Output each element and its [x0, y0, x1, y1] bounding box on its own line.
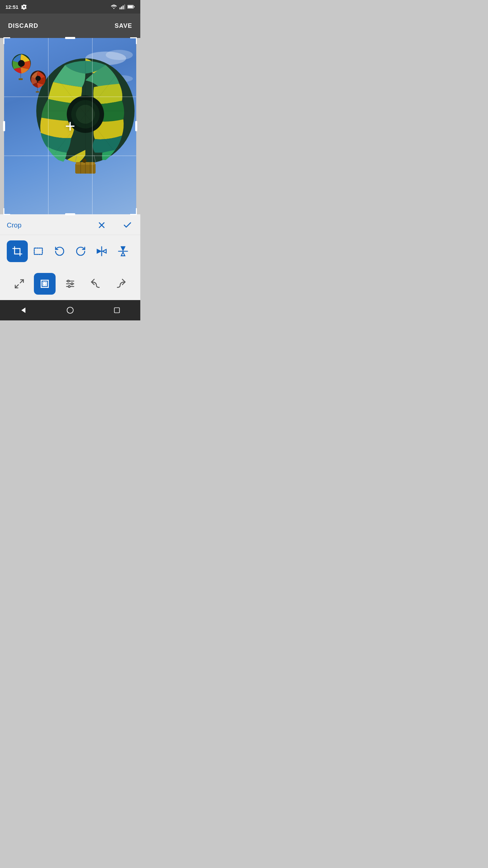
crop-handle-top-left[interactable]: [3, 37, 10, 44]
svg-rect-38: [34, 248, 42, 255]
flip-vertical-icon: [118, 246, 128, 257]
svg-rect-5: [128, 5, 133, 8]
nav-bar: [0, 300, 140, 320]
crop-confirm-button[interactable]: [121, 219, 134, 231]
svg-marker-52: [21, 308, 25, 313]
svg-point-28: [18, 60, 25, 67]
svg-line-44: [15, 285, 18, 288]
bottom-toolbar: Crop: [0, 214, 140, 300]
svg-marker-40: [103, 250, 106, 253]
svg-line-43: [20, 280, 23, 283]
crop-label-actions: [96, 219, 134, 231]
svg-point-45: [44, 283, 46, 284]
svg-marker-41: [121, 247, 125, 251]
crop-handle-right-mid[interactable]: [135, 121, 137, 131]
flip-horizontal-button[interactable]: [91, 240, 112, 262]
crop-handle-bottom-mid[interactable]: [65, 213, 75, 215]
undo-button[interactable]: [85, 273, 106, 295]
wifi-icon: [110, 4, 117, 9]
status-right: [110, 4, 135, 9]
status-left: 12:51: [5, 4, 27, 10]
check-icon: [123, 220, 132, 230]
gear-icon: [21, 4, 27, 10]
svg-rect-1: [121, 6, 122, 9]
svg-rect-37: [15, 249, 20, 254]
nav-home-button[interactable]: [60, 303, 80, 317]
svg-rect-2: [123, 5, 124, 9]
svg-rect-30: [19, 78, 23, 80]
crop-label: Crop: [7, 221, 21, 229]
svg-rect-3: [124, 4, 125, 9]
crop-handle-left-mid[interactable]: [3, 121, 5, 131]
small-balloon-2: [28, 70, 48, 93]
signal-icon: [119, 4, 125, 9]
nav-recents-button[interactable]: [107, 303, 127, 317]
battery-icon: [127, 4, 135, 9]
rotate-right-button[interactable]: [70, 240, 91, 262]
svg-rect-0: [120, 7, 121, 9]
status-bar: 12:51: [0, 0, 140, 14]
free-crop-icon: [39, 278, 50, 289]
svg-point-26: [82, 159, 86, 163]
tool-row-1: [0, 235, 140, 268]
large-balloon: [35, 55, 136, 197]
save-button[interactable]: SAVE: [115, 22, 132, 29]
svg-rect-6: [134, 6, 135, 7]
top-bar: DISCARD SAVE: [0, 14, 140, 38]
crop-container[interactable]: +: [4, 38, 136, 214]
svg-point-49: [67, 280, 69, 282]
svg-point-32: [36, 76, 41, 81]
svg-marker-39: [97, 250, 101, 253]
expand-icon: [14, 278, 25, 289]
crop-handle-top-mid[interactable]: [65, 37, 75, 39]
svg-marker-42: [121, 252, 125, 256]
recents-icon: [114, 307, 120, 314]
crop-tool-button[interactable]: [7, 240, 28, 262]
aspect-ratio-icon: [33, 246, 44, 257]
canvas-area: +: [0, 38, 140, 214]
crop-label-row: Crop: [0, 214, 140, 235]
rotate-left-icon: [54, 246, 65, 257]
svg-point-50: [71, 283, 73, 284]
crop-handle-bottom-left[interactable]: [3, 208, 10, 215]
flip-vertical-button[interactable]: [113, 240, 134, 262]
crop-handle-bottom-right[interactable]: [130, 208, 137, 215]
flip-horizontal-icon: [96, 246, 107, 257]
crop-handle-top-right[interactable]: [130, 37, 137, 44]
undo-icon: [90, 278, 101, 289]
home-icon: [66, 307, 74, 314]
svg-point-53: [67, 307, 73, 313]
svg-point-51: [68, 285, 70, 287]
back-icon: [19, 306, 27, 314]
aspect-ratio-tool-button[interactable]: [28, 240, 49, 262]
svg-rect-54: [115, 308, 120, 313]
svg-rect-34: [36, 91, 39, 93]
free-crop-button[interactable]: [34, 273, 56, 295]
close-icon: [97, 220, 106, 230]
discard-button[interactable]: DISCARD: [8, 22, 38, 29]
rotate-right-icon: [75, 246, 86, 257]
photo-background: [4, 38, 136, 214]
tool-row-2: [0, 268, 140, 300]
adjust-button[interactable]: [59, 273, 81, 295]
status-time: 12:51: [5, 4, 18, 10]
crop-cancel-button[interactable]: [96, 219, 108, 231]
nav-back-button[interactable]: [13, 303, 34, 317]
redo-icon: [116, 278, 126, 289]
redo-button[interactable]: [110, 273, 132, 295]
rotate-left-button[interactable]: [49, 240, 70, 262]
expand-button[interactable]: [8, 273, 30, 295]
crop-icon: [12, 246, 23, 257]
adjust-icon: [65, 278, 76, 289]
